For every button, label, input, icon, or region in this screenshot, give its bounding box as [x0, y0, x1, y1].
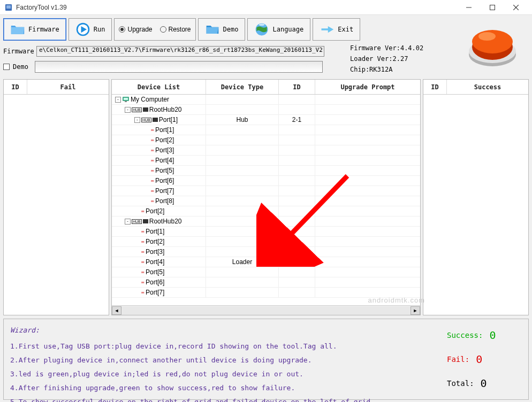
success-grid: ID Success — [423, 79, 529, 315]
run-button[interactable]: Run — [69, 18, 112, 41]
device-id-cell — [279, 145, 315, 155]
device-row[interactable]: ⎓Port[2] — [112, 135, 420, 145]
tree-expander[interactable]: - — [115, 97, 121, 103]
device-id-cell — [279, 196, 315, 206]
scroll-left-button[interactable]: ◄ — [112, 306, 121, 315]
maximize-button[interactable] — [481, 0, 504, 15]
device-row[interactable]: -HUBRootHub20 — [112, 105, 420, 115]
language-button[interactable]: Language — [247, 18, 310, 41]
device-id-cell — [279, 135, 315, 145]
status-led-button[interactable] — [466, 21, 519, 69]
demo-button[interactable]: Demo — [198, 18, 246, 41]
device-id-cell: 8 — [279, 257, 315, 267]
device-row[interactable]: ⎓Port[8] — [112, 196, 420, 206]
toolbar: Firmware Run Upgrade Restore Demo Langua… — [3, 16, 529, 43]
tree-expander[interactable]: - — [134, 117, 140, 123]
demo-button-label: Demo — [223, 26, 239, 33]
device-row[interactable]: ⎓Port[7] — [112, 186, 420, 196]
wizard-line: 5.To show successful device on the right… — [10, 395, 442, 402]
device-row[interactable]: -HUBRootHub20 — [112, 217, 420, 227]
device-id-cell — [279, 95, 315, 104]
radio-dot-icon — [119, 26, 125, 33]
upgrade-radio[interactable]: Upgrade — [119, 26, 152, 33]
device-label: Port[4] — [146, 258, 164, 266]
device-row[interactable]: ⎓Port[3] — [112, 247, 420, 257]
device-row[interactable]: ⎓Port[4] — [112, 156, 420, 166]
success-stat-value: 0 — [489, 329, 496, 342]
device-row[interactable]: ⎓Port[5] — [112, 267, 420, 277]
device-type-cell — [206, 196, 279, 206]
device-label: Port[1] — [159, 116, 178, 123]
device-row[interactable]: ⎓Port[2] — [112, 237, 420, 247]
device-row[interactable]: ⎓Port[6] — [112, 176, 420, 186]
tree-expander[interactable]: - — [125, 107, 131, 113]
device-row[interactable]: ⎓Port[1] — [112, 227, 420, 237]
device-type-cell — [206, 217, 279, 226]
device-row[interactable]: ⎓Port[4]Loader8 — [112, 257, 420, 267]
svg-rect-3 — [490, 5, 495, 10]
restore-radio[interactable]: Restore — [160, 26, 191, 33]
device-row[interactable]: ⎓Port[6] — [112, 277, 420, 288]
device-row[interactable]: -My Computer — [112, 95, 420, 105]
svg-rect-1 — [6, 5, 11, 9]
device-label: Port[6] — [146, 279, 164, 286]
device-id-cell — [279, 176, 315, 185]
firmware-version: Firmware Ver:4.4.02 — [350, 43, 423, 53]
firmware-path-label: Firmware — [3, 48, 34, 55]
device-label: My Computer — [131, 96, 169, 103]
device-type-cell — [206, 186, 279, 196]
device-type-cell — [206, 277, 279, 287]
device-type-cell — [206, 227, 279, 236]
tree-expander[interactable]: - — [125, 219, 131, 225]
device-row[interactable]: ⎓Port[1] — [112, 125, 420, 135]
loader-version: Loader Ver:2.27 — [350, 53, 423, 64]
folder-sparkle-icon — [10, 22, 25, 37]
horizontal-scrollbar[interactable]: ◄ ► — [112, 305, 420, 315]
wizard-line: 2.After pluging device in,connect anothe… — [10, 353, 442, 367]
demo-checkbox[interactable] — [3, 64, 10, 70]
upgrade-prompt-header: Upgrade Prompt — [315, 80, 420, 94]
device-label: Port[7] — [155, 187, 174, 195]
device-id-cell — [279, 105, 315, 114]
device-label: Port[2] — [146, 207, 164, 215]
minimize-button[interactable] — [457, 0, 481, 15]
device-tree[interactable]: -My Computer-HUBRootHub20-HUBPort[1]Hub2… — [112, 95, 420, 305]
wizard-title: Wizard: — [10, 323, 442, 337]
device-type-cell — [206, 95, 279, 104]
device-label: Port[5] — [146, 268, 164, 276]
demo-input[interactable] — [35, 61, 323, 73]
wizard-line: 4.After finishing upgrade,green to show … — [10, 381, 442, 395]
device-label: Port[8] — [155, 197, 174, 205]
total-stat-label: Total: — [447, 379, 474, 388]
close-button[interactable] — [504, 0, 528, 15]
scroll-track[interactable] — [121, 306, 411, 315]
device-label: Port[1] — [155, 126, 174, 134]
fail-grid: ID Fail — [3, 79, 109, 315]
firmware-path-input[interactable]: e\Celkon_CT111_20160113_V2.7\Firmware\rk… — [36, 46, 324, 57]
device-type-cell: Hub — [206, 115, 279, 125]
wizard-panel: Wizard: 1.First use,Tag USB port:plug de… — [3, 319, 529, 400]
chip-info: Chip:RK312A — [350, 64, 423, 75]
device-row[interactable]: -HUBPort[1]Hub2-1 — [112, 115, 420, 125]
device-type-cell — [206, 237, 279, 246]
device-type-cell — [206, 135, 279, 145]
firmware-button[interactable]: Firmware — [3, 18, 66, 41]
svg-point-17 — [478, 32, 496, 41]
window-title: FactoryTool v1.39 — [16, 4, 457, 11]
exit-arrow-icon — [320, 22, 335, 37]
device-label: RootHub20 — [149, 218, 182, 225]
device-id-cell — [279, 247, 315, 257]
scroll-right-button[interactable]: ► — [411, 306, 420, 315]
device-id-cell — [279, 227, 315, 236]
exit-button[interactable]: Exit — [313, 18, 360, 41]
device-type-cell — [206, 105, 279, 114]
svg-rect-20 — [125, 101, 127, 102]
fail-grid-fail-header: Fail — [27, 80, 109, 94]
device-row[interactable]: ⎓Port[2] — [112, 206, 420, 217]
success-grid-success-header: Success — [447, 80, 528, 94]
device-row[interactable]: ⎓Port[5] — [112, 166, 420, 176]
device-label: Port[4] — [155, 157, 174, 164]
device-label: RootHub20 — [149, 106, 182, 113]
device-label: Port[3] — [155, 146, 174, 154]
device-row[interactable]: ⎓Port[3] — [112, 145, 420, 156]
